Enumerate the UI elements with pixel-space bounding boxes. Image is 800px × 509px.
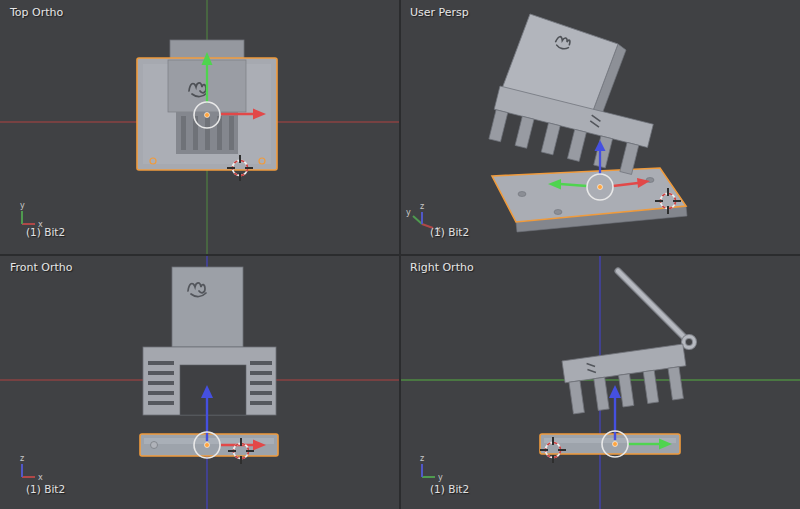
viewport-status: (1) Bit2 xyxy=(430,226,469,238)
gizmo-axis-label-y: y xyxy=(406,208,411,217)
viewport-status: (1) Bit2 xyxy=(26,226,65,238)
viewport-front-ortho[interactable]: Front Ortho xyxy=(0,255,400,509)
gizmo-axis-label-x: x xyxy=(38,473,43,482)
gizmo-axis-label-y: y xyxy=(438,473,443,482)
object-pin-rod[interactable] xyxy=(618,271,695,348)
blender-quad-view: Top Ortho xyxy=(0,0,800,509)
viewport-label: User Persp xyxy=(410,6,469,19)
mini-axis-gizmo: x z xyxy=(20,454,43,482)
object-comb-bracket[interactable] xyxy=(143,347,276,415)
gizmo-axis-label-y: y xyxy=(20,201,25,210)
mini-axis-gizmo: x y xyxy=(20,201,43,229)
viewport-label: Top Ortho xyxy=(10,6,63,19)
viewport-status: (1) Bit2 xyxy=(430,483,469,495)
viewport-label: Right Ortho xyxy=(410,261,474,274)
viewport-separator-horizontal[interactable] xyxy=(0,254,800,256)
mini-axis-gizmo: y z xyxy=(420,454,443,482)
scene-front-ortho[interactable]: x z xyxy=(0,255,400,509)
scene-user-persp[interactable]: x y z xyxy=(400,0,800,255)
gizmo-axis-label-z: z xyxy=(420,202,424,211)
viewport-top-ortho[interactable]: Top Ortho xyxy=(0,0,400,255)
object-comb-assembly[interactable] xyxy=(487,14,653,177)
viewport-user-persp[interactable]: User Persp xyxy=(400,0,800,255)
viewport-right-ortho[interactable]: Right Ortho xyxy=(400,255,800,509)
gizmo-axis-label-z: z xyxy=(20,454,24,463)
viewport-status: (1) Bit2 xyxy=(26,483,65,495)
object-plate[interactable] xyxy=(172,267,243,347)
scene-right-ortho[interactable]: y z xyxy=(400,255,800,509)
scene-top-ortho[interactable]: x y xyxy=(0,0,400,255)
object-comb[interactable] xyxy=(562,344,690,414)
gizmo-axis-label-z: z xyxy=(420,454,424,463)
viewport-label: Front Ortho xyxy=(10,261,73,274)
